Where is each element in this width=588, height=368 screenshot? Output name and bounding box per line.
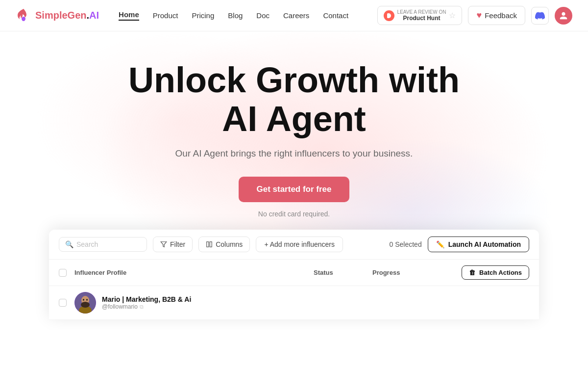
search-placeholder: Search bbox=[76, 240, 98, 248]
influencer-name: Mario | Marketing, B2B & Ai bbox=[102, 295, 191, 303]
product-hunt-icon bbox=[384, 10, 394, 21]
logo[interactable]: SimpleGen.AI bbox=[16, 8, 99, 24]
product-hunt-button[interactable]: LEAVE A REVIEW ON Product Hunt ☆ bbox=[377, 6, 463, 25]
nav-contact[interactable]: Contact bbox=[323, 11, 348, 20]
column-header-profile: Influencer Profile bbox=[74, 269, 314, 276]
nav-links: Home Product Pricing Blog Doc Careers Co… bbox=[119, 10, 348, 21]
nav-careers[interactable]: Careers bbox=[283, 11, 309, 20]
nav-product[interactable]: Product bbox=[153, 11, 178, 20]
user-icon bbox=[559, 11, 568, 20]
nav-blog[interactable]: Blog bbox=[228, 11, 243, 20]
batch-actions-area: 🗑 Batch Actions bbox=[451, 265, 529, 280]
column-header-status: Status bbox=[314, 269, 372, 276]
svg-point-6 bbox=[83, 299, 84, 301]
add-influencers-button[interactable]: + Add more influencers bbox=[256, 237, 343, 252]
row-checkbox[interactable] bbox=[59, 299, 74, 307]
avatar-image bbox=[74, 292, 96, 314]
hero-subtitle: Our AI Agent brings the right influencer… bbox=[128, 148, 460, 159]
columns-button[interactable]: Columns bbox=[198, 237, 250, 252]
svg-rect-0 bbox=[207, 242, 209, 247]
svg-rect-1 bbox=[210, 242, 212, 247]
selected-count: 0 Selected bbox=[390, 240, 422, 248]
nav-doc[interactable]: Doc bbox=[256, 11, 270, 20]
launch-ai-automation-button[interactable]: ✏️ Launch AI Automation bbox=[428, 237, 529, 252]
search-box[interactable]: 🔍 Search bbox=[59, 237, 147, 252]
search-icon: 🔍 bbox=[65, 240, 74, 248]
hero-section: Unlock Growth with AI Agent Our AI Agent… bbox=[0, 31, 588, 330]
feedback-button[interactable]: ♥ Feedback bbox=[468, 6, 525, 25]
nav-pricing[interactable]: Pricing bbox=[192, 11, 214, 20]
navbar-right: LEAVE A REVIEW ON Product Hunt ☆ ♥ Feedb… bbox=[377, 6, 572, 25]
avatar bbox=[74, 292, 96, 314]
batch-actions-button[interactable]: 🗑 Batch Actions bbox=[462, 265, 529, 280]
discord-button[interactable] bbox=[531, 7, 549, 25]
nav-home[interactable]: Home bbox=[119, 10, 139, 21]
discord-icon bbox=[535, 11, 545, 21]
hero-content: Unlock Growth with AI Agent Our AI Agent… bbox=[128, 61, 460, 218]
influencer-handle: @followmario ⧉ bbox=[102, 303, 191, 310]
logo-text: SimpleGen.AI bbox=[35, 10, 99, 21]
copy-icon[interactable]: ⧉ bbox=[140, 304, 144, 310]
columns-icon bbox=[206, 241, 213, 248]
star-icon: ☆ bbox=[449, 11, 456, 20]
header-checkbox bbox=[59, 269, 74, 277]
logo-icon bbox=[16, 8, 31, 24]
automation-icon: ✏️ bbox=[436, 240, 444, 248]
navbar-left: SimpleGen.AI Home Product Pricing Blog D… bbox=[16, 8, 348, 24]
heart-icon: ♥ bbox=[476, 10, 482, 21]
table-header: Influencer Profile Status Progress 🗑 Bat… bbox=[49, 260, 539, 286]
filter-icon bbox=[160, 241, 167, 248]
row-profile: Mario | Marketing, B2B & Ai @followmario… bbox=[74, 292, 392, 314]
filter-button[interactable]: Filter bbox=[153, 237, 193, 252]
batch-icon: 🗑 bbox=[469, 269, 475, 276]
svg-point-5 bbox=[81, 302, 90, 308]
column-header-progress: Progress bbox=[372, 269, 451, 276]
user-avatar-button[interactable] bbox=[555, 7, 572, 25]
dashboard-toolbar: 🔍 Search Filter Columns + Add more influ… bbox=[49, 230, 539, 260]
navbar: SimpleGen.AI Home Product Pricing Blog D… bbox=[0, 0, 588, 31]
svg-point-7 bbox=[86, 299, 88, 301]
no-credit-card-text: No credit card required. bbox=[128, 210, 460, 218]
hero-title: Unlock Growth with AI Agent bbox=[128, 61, 460, 138]
profile-info: Mario | Marketing, B2B & Ai @followmario… bbox=[102, 295, 191, 310]
cta-button[interactable]: Get started for free bbox=[239, 177, 349, 202]
table-row: Mario | Marketing, B2B & Ai @followmario… bbox=[49, 286, 539, 320]
dashboard-preview: 🔍 Search Filter Columns + Add more influ… bbox=[49, 230, 539, 320]
